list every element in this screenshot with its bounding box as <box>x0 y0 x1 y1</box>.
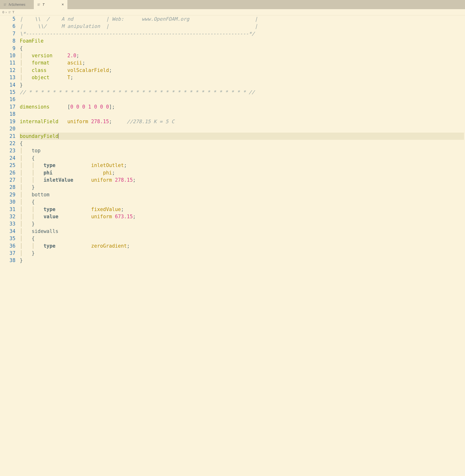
line-number: 31 <box>0 206 15 213</box>
line-number: 21 <box>0 132 15 140</box>
line-number: 12 <box>0 67 15 74</box>
code-token: │ <box>20 184 32 190</box>
code-line[interactable]: FoamFile <box>20 37 464 44</box>
code-line[interactable]: { <box>20 140 464 147</box>
line-number: 32 <box>0 213 15 220</box>
code-token: bottom <box>32 192 49 198</box>
code-line[interactable]: │ class volScalarField; <box>20 67 464 74</box>
text-cursor <box>58 133 59 139</box>
code-token: │ │ <box>20 170 44 176</box>
code-line[interactable]: │ object T; <box>20 74 464 81</box>
code-line[interactable]: | \\/ M anipulation | | <box>20 23 464 30</box>
line-number: 26 <box>0 169 15 176</box>
tab-t[interactable]: T × <box>34 0 67 9</box>
code-line[interactable]: │ { <box>20 154 464 162</box>
code-token: │ <box>20 148 32 153</box>
code-token: ; <box>127 243 130 249</box>
code-token: FoamFile <box>20 38 44 44</box>
breadcrumb-folder[interactable]: 0 <box>2 10 4 14</box>
tab-bar: fvSchemes T × <box>0 0 465 9</box>
line-number: 37 <box>0 250 15 257</box>
line-number: 24 <box>0 154 15 162</box>
code-token: ; <box>133 177 136 183</box>
chevron-right-icon: › <box>6 10 7 14</box>
code-token: │ <box>20 53 32 59</box>
breadcrumb: 0 › T <box>0 9 465 15</box>
code-token: ; <box>82 60 85 66</box>
code-token: format <box>32 60 67 66</box>
code-token: ; <box>124 162 127 168</box>
code-line[interactable] <box>20 96 464 103</box>
code-token: sidewalls <box>32 228 58 234</box>
code-line[interactable]: │ { <box>20 198 464 205</box>
code-line[interactable]: │ top <box>20 147 464 154</box>
code-token: { <box>20 45 23 51</box>
code-line[interactable]: internalField uniform 278.15; //278.15 K… <box>20 118 464 125</box>
code-line[interactable]: { <box>20 45 464 52</box>
line-number: 35 <box>0 235 15 242</box>
code-token: 2.0 <box>67 53 76 59</box>
code-token: | \\/ M anipulation | | <box>20 23 258 29</box>
line-number: 5 <box>0 15 15 23</box>
tab-fvschemes[interactable]: fvSchemes <box>0 0 34 9</box>
code-line[interactable]: | \\ / A nd | Web: www.OpenFOAM.org | <box>20 15 464 23</box>
code-token: uniform <box>91 177 115 183</box>
code-line[interactable]: dimensions [0 0 0 1 0 0 0]; <box>20 103 464 111</box>
line-number: 30 <box>0 198 15 205</box>
code-line[interactable]: │ │ type zeroGradient; <box>20 242 464 250</box>
code-token: { <box>32 155 34 161</box>
code-line[interactable]: │ │ type fixedValue; <box>20 206 464 213</box>
line-number: 19 <box>0 118 15 125</box>
line-number: 34 <box>0 228 15 235</box>
code-token: type <box>44 206 91 212</box>
line-number: 9 <box>0 45 15 52</box>
code-line[interactable] <box>20 111 464 118</box>
code-line[interactable]: │ } <box>20 250 464 257</box>
code-line[interactable]: │ } <box>20 184 464 191</box>
line-number: 16 <box>0 96 15 103</box>
code-line[interactable]: │ │ inletValue uniform 278.15; <box>20 176 464 184</box>
code-line[interactable]: │ { <box>20 235 464 242</box>
code-line[interactable]: │ │ value uniform 673.15; <box>20 213 464 220</box>
code-line[interactable]: │ sidewalls <box>20 228 464 235</box>
code-line[interactable]: │ bottom <box>20 191 464 198</box>
code-line[interactable]: │ │ type inletOutlet; <box>20 162 464 169</box>
code-token: uniform <box>67 119 91 124</box>
code-token: class <box>32 67 67 73</box>
code-line[interactable]: │ version 2.0; <box>20 52 464 59</box>
code-token: 278.15 <box>91 119 109 124</box>
line-number: 25 <box>0 162 15 169</box>
code-token: internalField <box>20 119 67 124</box>
code-token: // * * * * * * * * * * * * * * * * * * *… <box>20 89 255 95</box>
code-line[interactable]: } <box>20 257 464 264</box>
code-line[interactable] <box>20 125 464 132</box>
code-token: │ <box>20 60 32 66</box>
code-token: } <box>32 250 34 256</box>
line-number: 14 <box>0 81 15 89</box>
close-icon[interactable]: × <box>62 2 64 7</box>
code-token: │ │ <box>20 214 44 220</box>
code-token: type <box>44 162 91 168</box>
code-line[interactable]: │ │ phi phi; <box>20 169 464 176</box>
code-editor[interactable]: 5678910111213141516171819202122232425262… <box>0 15 465 264</box>
line-number: 38 <box>0 257 15 264</box>
code-content[interactable]: | \\ / A nd | Web: www.OpenFOAM.org || \… <box>20 15 465 264</box>
code-line[interactable]: │ format ascii; <box>20 59 464 66</box>
code-token: │ <box>20 75 32 80</box>
file-lines-icon <box>3 3 7 6</box>
code-token: 0 0 0 1 0 0 0 <box>70 104 109 110</box>
code-line[interactable]: // * * * * * * * * * * * * * * * * * * *… <box>20 89 464 96</box>
line-number: 18 <box>0 111 15 118</box>
code-line[interactable]: \*--------------------------------------… <box>20 30 464 37</box>
code-line[interactable]: } <box>20 81 464 89</box>
code-token: │ │ <box>20 243 44 249</box>
line-number: 36 <box>0 242 15 250</box>
code-token: inletValue <box>44 177 91 183</box>
code-token: │ │ <box>20 206 44 212</box>
code-line[interactable]: boundaryField <box>20 132 464 140</box>
breadcrumb-file[interactable]: T <box>12 10 14 14</box>
code-line[interactable]: │ } <box>20 220 464 227</box>
code-token: ; <box>121 206 124 212</box>
code-token: │ <box>20 192 32 198</box>
code-token: │ │ <box>20 162 44 168</box>
